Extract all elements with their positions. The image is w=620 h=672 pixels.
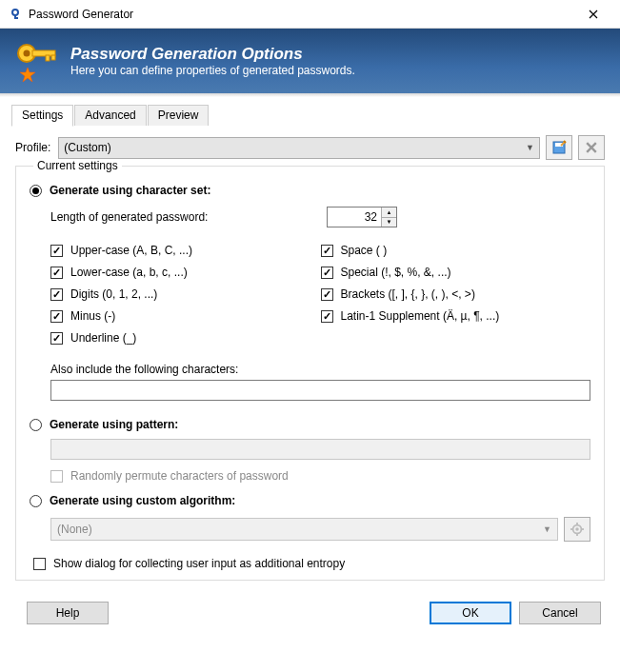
radio-pattern[interactable]	[30, 419, 42, 431]
check-minus-label: Minus (-)	[70, 309, 115, 323]
radio-custom-label: Generate using custom algorithm:	[50, 494, 235, 507]
svg-rect-2	[14, 17, 18, 19]
fieldset-legend: Current settings	[33, 159, 122, 172]
close-button[interactable]	[574, 1, 612, 28]
check-digits[interactable]	[50, 288, 63, 301]
check-special[interactable]	[321, 267, 333, 279]
length-down[interactable]: ▼	[382, 218, 396, 227]
pattern-input[interactable]	[50, 439, 590, 460]
header-subtitle: Here you can define properties of genera…	[70, 64, 355, 77]
save-profile-button[interactable]	[546, 135, 572, 160]
check-minus[interactable]	[50, 310, 63, 323]
chevron-down-icon: ▼	[543, 524, 551, 534]
check-brackets[interactable]	[321, 288, 333, 301]
length-input[interactable]	[328, 208, 381, 227]
length-label: Length of generated password:	[50, 210, 327, 224]
check-brackets-label: Brackets ([, ], {, }, (, ), <, >)	[341, 287, 475, 301]
length-up[interactable]: ▲	[382, 208, 396, 218]
header-title: Password Generation Options	[70, 45, 355, 64]
radio-custom[interactable]	[30, 495, 42, 507]
cancel-button[interactable]: Cancel	[519, 602, 601, 624]
window-title: Password Generator	[29, 8, 574, 21]
check-uppercase-label: Upper-case (A, B, C, ...)	[70, 244, 192, 257]
check-space[interactable]	[321, 245, 333, 257]
check-uppercase[interactable]	[50, 245, 63, 257]
app-icon	[8, 7, 23, 22]
check-underline[interactable]	[50, 332, 63, 345]
algorithm-value: (None)	[57, 523, 92, 536]
header-key-icon	[8, 34, 61, 88]
svg-point-4	[24, 50, 30, 57]
algorithm-settings-button	[564, 517, 590, 542]
tab-preview[interactable]: Preview	[148, 105, 210, 126]
check-entropy-label: Show dialog for collecting user input as…	[53, 557, 345, 570]
check-latin1-label: Latin-1 Supplement (Ä, µ, ¶, ...)	[341, 309, 500, 323]
tab-advanced[interactable]: Advanced	[74, 105, 146, 126]
check-lowercase-label: Lower-case (a, b, c, ...)	[70, 266, 188, 279]
check-special-label: Special (!, $, %, &, ...)	[341, 266, 451, 279]
also-include-input[interactable]	[50, 380, 590, 401]
also-include-label: Also include the following characters:	[50, 363, 590, 376]
tab-settings[interactable]: Settings	[11, 105, 73, 127]
svg-rect-6	[46, 55, 50, 61]
check-space-label: Space ( )	[341, 244, 388, 257]
check-lowercase[interactable]	[50, 267, 63, 279]
delete-profile-button[interactable]	[578, 135, 605, 160]
radio-pattern-label: Generate using pattern:	[50, 418, 178, 431]
svg-point-11	[575, 527, 579, 531]
check-permute-label: Randomly permute characters of password	[70, 469, 289, 483]
chevron-down-icon: ▼	[526, 143, 534, 152]
check-permute	[50, 470, 63, 483]
check-underline-label: Underline (_)	[70, 331, 136, 345]
profile-select[interactable]: (Custom) ▼	[58, 137, 540, 159]
algorithm-select: (None) ▼	[50, 518, 558, 541]
svg-rect-7	[51, 55, 55, 60]
check-entropy[interactable]	[33, 558, 46, 570]
ok-button[interactable]: OK	[430, 602, 511, 624]
check-latin1[interactable]	[321, 310, 333, 323]
help-button[interactable]: Help	[27, 602, 109, 624]
profile-label: Profile:	[15, 141, 50, 154]
radio-charset-label: Generate using character set:	[50, 184, 210, 197]
check-digits-label: Digits (0, 1, 2, ...)	[70, 287, 157, 301]
profile-value: (Custom)	[64, 141, 110, 154]
radio-charset[interactable]	[30, 185, 42, 197]
